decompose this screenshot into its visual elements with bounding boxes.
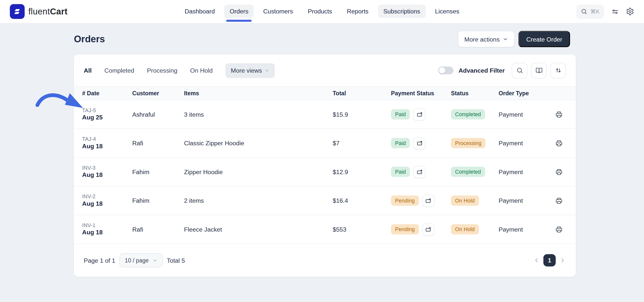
- page-header: Orders More actions Create Order: [0, 24, 644, 54]
- column-header-total[interactable]: Total: [333, 90, 391, 96]
- brand-name: fluentCart: [28, 6, 68, 16]
- tab-on-hold[interactable]: On Hold: [190, 67, 213, 74]
- order-total: $7: [333, 140, 391, 146]
- tab-all[interactable]: All: [84, 67, 92, 74]
- wallet-icon: [425, 198, 432, 204]
- wallet-icon: [425, 226, 432, 232]
- order-items: 3 items: [184, 111, 332, 118]
- order-status-badge: Completed: [451, 109, 485, 120]
- customer-name[interactable]: Fahim: [132, 168, 184, 176]
- next-page-button[interactable]: [560, 257, 566, 264]
- order-date: Aug 25: [82, 114, 132, 122]
- advanced-filter-toggle[interactable]: [438, 66, 454, 74]
- payment-method-button[interactable]: [413, 166, 426, 178]
- printer-icon: [555, 139, 563, 147]
- pagination-controls: 1: [533, 254, 566, 267]
- page-count-label: Page 1 of 1: [84, 257, 116, 264]
- nav-item-customers[interactable]: Customers: [258, 4, 298, 18]
- previous-page-button[interactable]: [533, 257, 540, 264]
- payment-method-button[interactable]: [413, 108, 426, 121]
- gear-icon[interactable]: [626, 8, 634, 16]
- column-header-status[interactable]: Status: [451, 90, 498, 96]
- table-toolbar-right: Advanced Filter: [438, 63, 566, 78]
- fluentcart-logo-icon: [10, 4, 25, 19]
- pagination-summary: Page 1 of 1 10 / page Total 5: [84, 253, 185, 267]
- sort-button[interactable]: [550, 63, 566, 78]
- payment-status-badge: Pending: [391, 224, 419, 234]
- payment-method-button[interactable]: [413, 137, 426, 149]
- wallet-icon: [416, 140, 422, 146]
- order-status-badge: Completed: [451, 167, 485, 177]
- docs-button[interactable]: [531, 63, 547, 78]
- column-header-payment-status[interactable]: Payment Status: [391, 90, 451, 96]
- order-date-cell: TAJ-5 Aug 25: [82, 107, 132, 122]
- nav-item-reports[interactable]: Reports: [342, 4, 374, 18]
- nav-item-dashboard[interactable]: Dashboard: [180, 4, 220, 18]
- payment-method-button[interactable]: [422, 223, 434, 236]
- order-total: $12.9: [333, 168, 391, 176]
- per-page-select[interactable]: 10 / page: [120, 253, 163, 267]
- topbar-actions: ⌘K: [576, 4, 634, 19]
- order-status-badge: Processing: [451, 138, 486, 148]
- payment-method-button[interactable]: [422, 194, 434, 207]
- payment-status-cell: Pending: [391, 194, 451, 207]
- column-header-items[interactable]: Items: [184, 90, 332, 96]
- chevron-left-icon: [533, 257, 540, 264]
- table-search-button[interactable]: [512, 63, 528, 78]
- page-number-button[interactable]: 1: [544, 254, 556, 267]
- chevron-down-icon: [503, 36, 508, 42]
- more-views-dropdown[interactable]: More views: [226, 63, 275, 78]
- nav-item-products[interactable]: Products: [302, 4, 338, 18]
- order-date-cell: INV-3 Aug 18: [82, 165, 132, 179]
- print-button[interactable]: [555, 197, 563, 204]
- column-header-customer[interactable]: Customer: [132, 90, 184, 96]
- brand-logo[interactable]: fluentCart: [10, 4, 68, 19]
- table-row[interactable]: TAJ-4 Aug 18 Rafi Classic Zipper Hoodie …: [74, 129, 576, 158]
- order-total: $15.9: [333, 111, 391, 118]
- table-row[interactable]: INV-2 Aug 18 Fahim 2 items $16.4 Pending…: [74, 186, 576, 215]
- print-button[interactable]: [555, 226, 563, 233]
- payment-status-badge: Paid: [391, 138, 410, 148]
- payment-status-cell: Paid: [391, 137, 451, 149]
- customer-name[interactable]: Fahim: [132, 197, 184, 204]
- top-navbar: fluentCart Dashboard Orders Customers Pr…: [0, 0, 644, 24]
- order-date: Aug 18: [82, 142, 132, 150]
- tab-processing[interactable]: Processing: [147, 67, 177, 74]
- table-row[interactable]: INV-1 Aug 18 Rafi Fleece Jacket $553 Pen…: [74, 215, 576, 244]
- payment-status-cell: Paid: [391, 166, 451, 178]
- global-search-button[interactable]: ⌘K: [576, 4, 604, 19]
- page-title: Orders: [74, 34, 105, 45]
- order-status-badge: On Hold: [451, 224, 479, 234]
- order-number: TAJ-5: [82, 107, 132, 114]
- print-button[interactable]: [555, 139, 563, 147]
- order-items: 2 items: [184, 197, 332, 204]
- order-date-cell: INV-1 Aug 18: [82, 222, 132, 236]
- advanced-filter-label: Advanced Filter: [458, 67, 505, 74]
- column-header-order-type[interactable]: Order Type: [499, 90, 542, 96]
- wallet-icon: [416, 169, 422, 175]
- more-actions-button[interactable]: More actions: [458, 31, 515, 47]
- customer-name[interactable]: Ashraful: [132, 111, 184, 118]
- book-open-icon: [535, 67, 542, 74]
- payment-status-cell: Pending: [391, 223, 451, 236]
- create-order-button[interactable]: Create Order: [518, 31, 570, 47]
- print-button[interactable]: [555, 168, 563, 176]
- adjustments-icon[interactable]: [611, 8, 619, 16]
- nav-item-subscriptions[interactable]: Subscriptions: [378, 4, 426, 18]
- customer-name[interactable]: Rafi: [132, 226, 184, 233]
- customer-name[interactable]: Rafi: [132, 140, 184, 146]
- chevron-right-icon: [560, 257, 566, 264]
- print-button[interactable]: [555, 111, 563, 118]
- nav-item-orders[interactable]: Orders: [224, 4, 254, 22]
- column-header-date[interactable]: # Date: [82, 90, 132, 96]
- order-status-badge: On Hold: [451, 196, 479, 206]
- tab-completed[interactable]: Completed: [104, 67, 134, 74]
- table-row[interactable]: INV-3 Aug 18 Fahim Zipper Hoodie $12.9 P…: [74, 158, 576, 186]
- order-number: TAJ-4: [82, 136, 132, 142]
- nav-item-licenses[interactable]: Licenses: [430, 4, 465, 18]
- view-tabs: All Completed Processing On Hold More vi…: [84, 63, 275, 78]
- order-date: Aug 18: [82, 229, 132, 236]
- total-count-label: Total 5: [167, 257, 185, 264]
- table-row[interactable]: TAJ-5 Aug 25 Ashraful 3 items $15.9 Paid…: [74, 100, 576, 129]
- chevron-down-icon: [153, 258, 157, 262]
